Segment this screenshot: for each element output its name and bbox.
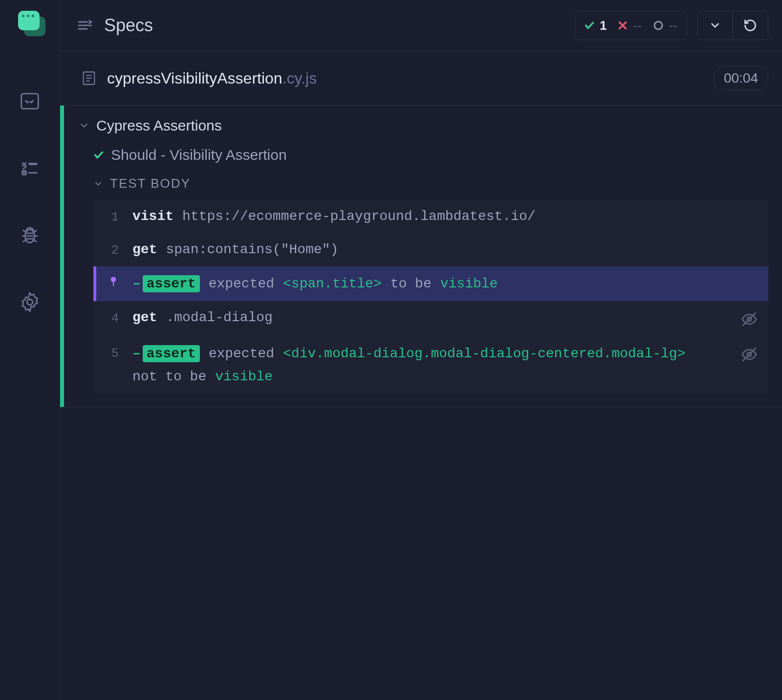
stat-passed-value: 1 (600, 18, 607, 33)
command-number: 4 (104, 310, 119, 326)
command-content: get.modal-dialog (132, 310, 727, 325)
app-root: Specs 1 -- -- (0, 0, 782, 700)
command-number: 2 (104, 242, 119, 258)
command-row[interactable]: 4get.modal-dialog (93, 301, 768, 336)
sidebar (0, 0, 60, 700)
assert-dash: – (132, 346, 141, 361)
assert-badge: assert (143, 275, 200, 292)
stat-failed-value: -- (633, 18, 641, 33)
test-title: Should - Visibility Assertion (111, 147, 287, 163)
cypress-logo[interactable] (18, 11, 42, 32)
command-content: visithttps://ecommerce-playground.lambda… (132, 209, 758, 224)
dropdown-button[interactable] (697, 11, 733, 40)
command-arg: .modal-dialog (166, 310, 272, 325)
svg-point-18 (111, 277, 116, 282)
hidden-eye-icon (741, 310, 758, 328)
assert-condition: to be (391, 276, 432, 291)
check-icon (93, 150, 104, 160)
command-arg: https://ecommerce-playground.lambdatest.… (182, 209, 536, 224)
collapse-icon[interactable] (77, 17, 93, 34)
rerun-button[interactable] (733, 11, 768, 40)
sidebar-nav (17, 88, 43, 315)
main-panel: Specs 1 -- -- (60, 0, 782, 700)
command-method: visit (132, 209, 174, 224)
assert-selector: <div.modal-dialog.modal-dialog-centered.… (283, 346, 685, 361)
spec-filename: cypressVisibilityAssertion.cy.js (107, 69, 317, 88)
runs-nav-icon[interactable] (17, 155, 43, 181)
test-body-label: TEST BODY (110, 176, 191, 191)
run-controls (697, 11, 768, 40)
command-row[interactable]: 2getspan:contains("Home") (93, 233, 768, 266)
svg-point-7 (27, 299, 33, 305)
spec-name-text: cypressVisibilityAssertion (107, 69, 282, 87)
test-body-header[interactable]: TEST BODY (64, 176, 782, 200)
command-log: 1visithttps://ecommerce-playground.lambd… (93, 200, 768, 393)
stat-failed: -- (617, 18, 641, 33)
command-content: –assertexpected<span.title>to bevisible (132, 275, 758, 292)
command-number: 5 (104, 345, 119, 361)
assert-state: visible (440, 276, 498, 291)
test-stats: 1 -- -- (575, 11, 687, 40)
assert-expected: expected (209, 346, 274, 361)
chevron-down-icon (93, 179, 103, 189)
command-arg: span:contains("Home") (166, 242, 338, 257)
suite-row[interactable]: Cypress Assertions (64, 117, 782, 147)
spec-header: cypressVisibilityAssertion.cy.js 00:04 (60, 51, 782, 106)
test-results-panel: Cypress Assertions Should - Visibility A… (60, 106, 782, 407)
spec-ext-text: .cy.js (282, 69, 317, 87)
command-method: get (132, 242, 157, 257)
hidden-eye-icon (741, 345, 758, 363)
header: Specs 1 -- -- (60, 0, 782, 51)
command-number: 1 (104, 209, 119, 224)
specs-nav-icon[interactable] (17, 88, 43, 114)
command-content: getspan:contains("Home") (132, 242, 758, 257)
assert-expected: expected (209, 276, 274, 291)
file-icon (81, 70, 97, 87)
stat-pending-value: -- (669, 18, 677, 33)
assert-condition: not to be (132, 369, 206, 384)
stat-pending: -- (652, 18, 677, 33)
svg-point-13 (654, 22, 662, 29)
assert-state: visible (215, 369, 273, 384)
chevron-down-icon (79, 120, 89, 131)
command-row[interactable]: 1visithttps://ecommerce-playground.lambd… (93, 200, 768, 233)
settings-nav-icon[interactable] (17, 289, 43, 315)
command-assert[interactable]: –assertexpected<span.title>to bevisible (93, 266, 768, 301)
page-title: Specs (104, 15, 153, 36)
svg-rect-19 (113, 282, 114, 286)
command-method: get (132, 310, 157, 325)
test-row[interactable]: Should - Visibility Assertion (64, 147, 782, 176)
assert-dash: – (132, 276, 141, 291)
stat-passed: 1 (584, 18, 607, 33)
assert-selector: <span.title> (283, 276, 382, 291)
assert-badge: assert (143, 345, 200, 362)
suite-title: Cypress Assertions (96, 117, 222, 134)
command-assert[interactable]: 5–assertexpected<div.modal-dialog.modal-… (93, 336, 768, 393)
command-content: –assertexpected<div.modal-dialog.modal-d… (132, 345, 727, 384)
pin-icon (107, 275, 120, 288)
debug-nav-icon[interactable] (17, 222, 43, 248)
duration-badge: 00:04 (714, 66, 768, 90)
